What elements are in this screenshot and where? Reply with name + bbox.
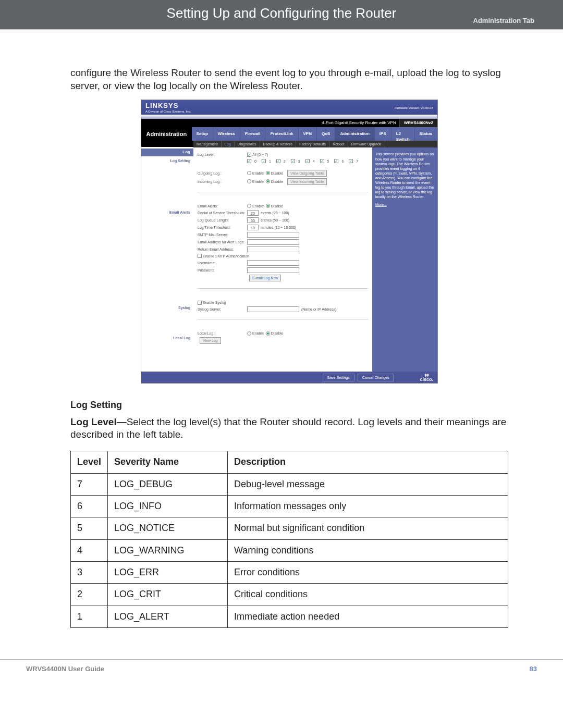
log-setting-block: Log Level : All (0 ~ 7) 01234567 Outgoin… [198, 152, 368, 192]
product-bar: 4-Port Gigabit Security Router with VPN … [141, 119, 437, 127]
dos-hint: events (20 ~ 100) [261, 211, 289, 215]
table-header: Level [71, 451, 108, 473]
tab-l2-switch[interactable]: L2 Switch [391, 127, 415, 141]
return-addr-input[interactable] [247, 246, 299, 252]
subtab-backup-restore[interactable]: Backup & Restore [260, 141, 296, 147]
tab-setup[interactable]: Setup [192, 127, 213, 141]
cat-log: Log [141, 149, 193, 156]
level-checkbox-5[interactable] [320, 159, 324, 163]
time-label: Log Time Threshold: [198, 225, 247, 230]
help-more-link[interactable]: More... [375, 203, 387, 206]
subtab-factory-defaults[interactable]: Factory Defaults [296, 141, 329, 147]
subtab-firmware-upgrade[interactable]: Firmware Upgrade [348, 141, 385, 147]
alert-addr-input[interactable] [247, 239, 299, 245]
level-check-label-5: 5 [327, 159, 329, 164]
incoming-disable[interactable]: Disable [266, 179, 283, 184]
shot-topbar: LINKSYS A Division of Cisco Systems, Inc… [141, 100, 437, 115]
shot-footer: Save Settings Cancel Changes ·ı|ı·ı|ı· c… [141, 372, 437, 383]
tab-vpn[interactable]: VPN [299, 127, 317, 141]
help-text: This screen provides you options on how … [375, 152, 434, 199]
page-subtitle: Administration Tab [473, 17, 534, 24]
table-row: 6LOG_INFOInformation messages only [71, 495, 508, 517]
dos-input[interactable]: 20 [247, 210, 259, 216]
password-label: Password: [198, 268, 247, 273]
subtab-management[interactable]: Management [193, 141, 222, 147]
level-check-label-3: 3 [298, 159, 300, 164]
table-cell: 6 [71, 495, 108, 517]
view-outgoing-button[interactable]: View Outgoing Table [287, 170, 327, 177]
email-log-now-button[interactable]: E-mail Log Now [249, 275, 281, 281]
view-log-button[interactable]: View Log [200, 337, 221, 344]
cat-local: Local Log [141, 335, 193, 341]
subtab-log[interactable]: Log [222, 141, 235, 147]
log-level-label: Log Level : [198, 152, 247, 157]
tab-qos[interactable]: QoS [317, 127, 335, 141]
level-checkbox-6[interactable] [334, 159, 338, 163]
cisco-bars-icon: ·ı|ı·ı|ı· [424, 373, 429, 377]
level-checkbox-1[interactable] [262, 159, 266, 163]
tab-protectlink[interactable]: ProtectLink [265, 127, 298, 141]
tab-firewall[interactable]: Firewall [240, 127, 266, 141]
incoming-enable[interactable]: Enable [247, 179, 264, 184]
level-checkbox-7[interactable] [349, 159, 353, 163]
smtp-auth-checkbox[interactable] [198, 254, 202, 258]
level-checkbox-3[interactable] [291, 159, 295, 163]
outgoing-disable[interactable]: Disable [266, 171, 283, 176]
table-cell: LOG_ERR [108, 562, 228, 584]
local-disable[interactable]: Disable [266, 331, 283, 336]
table-cell: 4 [71, 539, 108, 561]
table-cell: Immediate action needed [228, 606, 508, 627]
header-separator [0, 29, 563, 30]
outgoing-enable[interactable]: Enable [247, 171, 264, 176]
save-settings-button[interactable]: Save Settings [323, 374, 354, 381]
intro-paragraph: configure the Wireless Router to send th… [70, 67, 508, 92]
enable-syslog-checkbox[interactable] [198, 301, 202, 305]
shot-help-column: This screen provides you options on how … [372, 147, 437, 372]
table-cell: Debug-level message [228, 473, 508, 495]
checkbox-all[interactable] [247, 153, 251, 157]
table-cell: LOG_ALERT [108, 606, 228, 627]
router-screenshot: LINKSYS A Division of Cisco Systems, Inc… [141, 100, 438, 384]
level-checkbox-2[interactable] [276, 159, 280, 163]
level-checkbox-0[interactable] [247, 159, 251, 163]
local-enable[interactable]: Enable [247, 331, 264, 336]
cisco-text: cisco. [420, 377, 433, 382]
tab-ips[interactable]: IPS [375, 127, 391, 141]
cat-email: Email Alerts [141, 209, 193, 216]
password-input[interactable] [247, 267, 299, 273]
tab-wireless[interactable]: Wireless [213, 127, 240, 141]
smtp-input[interactable] [247, 232, 299, 238]
sub-nav-row: ManagementLogDiagnosticsBackup & Restore… [141, 141, 437, 147]
username-input[interactable] [247, 260, 299, 266]
table-cell: LOG_WARNING [108, 539, 228, 561]
table-cell: Normal but significant condition [228, 517, 508, 539]
brand-subtitle: A Division of Cisco Systems, Inc. [145, 110, 433, 114]
alert-addr-label: Email Address for Alert Logs: [198, 240, 247, 244]
loglevel-bold: Log Level— [70, 416, 127, 427]
level-checkbox-4[interactable] [305, 159, 310, 163]
subtab-diagnostics[interactable]: Diagnostics [235, 141, 260, 147]
cancel-changes-button[interactable]: Cancel Changes [358, 374, 394, 381]
email-disable[interactable]: Disable [266, 204, 283, 208]
table-cell: Warning conditions [228, 539, 508, 561]
main-tabs: SetupWirelessFirewallProtectLinkVPNQoSAd… [192, 127, 437, 141]
table-cell: LOG_DEBUG [108, 473, 228, 495]
time-input[interactable]: 10 [247, 225, 259, 230]
view-incoming-button[interactable]: View Incoming Table [287, 178, 327, 185]
dos-label: Denial of Service Thresholds: [198, 211, 247, 215]
subtab-reboot[interactable]: Reboot [329, 141, 348, 147]
email-enable[interactable]: Enable [247, 204, 264, 208]
page-footer: WRVS4400N User Guide 83 [0, 659, 563, 688]
cat-syslog: Syslog [141, 304, 193, 311]
tab-status[interactable]: Status [415, 127, 437, 141]
sub-tabs: ManagementLogDiagnosticsBackup & Restore… [193, 141, 437, 147]
queue-input[interactable]: 50 [247, 217, 259, 223]
syslog-server-input[interactable] [247, 306, 299, 312]
tab-administration[interactable]: Administration [335, 127, 374, 141]
level-check-label-2: 2 [284, 159, 286, 164]
cisco-logo: ·ı|ı·ı|ı· cisco. [420, 373, 433, 382]
table-cell: Critical conditions [228, 584, 508, 606]
table-cell: LOG_NOTICE [108, 517, 228, 539]
syslog-server-label: Syslog Server: [198, 307, 247, 312]
level-check-label-7: 7 [356, 159, 358, 164]
